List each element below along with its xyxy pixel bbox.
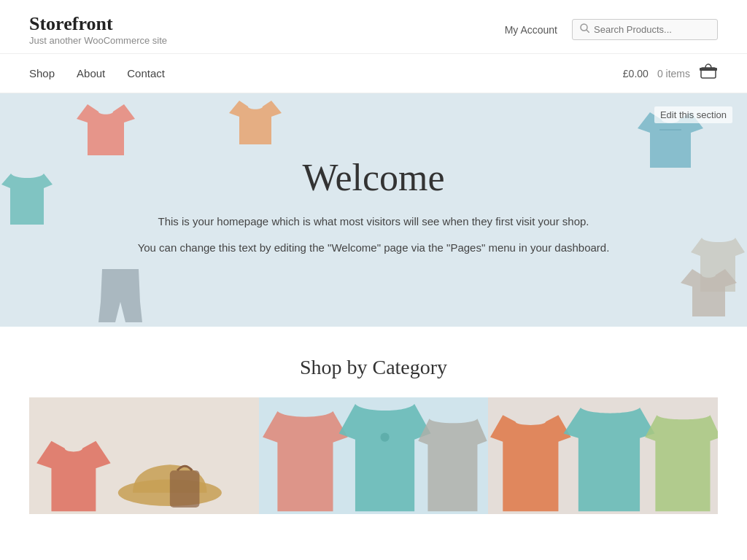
- hero-content: Welcome This is your homepage which is w…: [138, 156, 610, 264]
- site-tagline: Just another WooCommerce site: [29, 35, 167, 46]
- search-icon: [580, 23, 589, 36]
- header-right: My Account: [505, 19, 718, 40]
- category-card-3[interactable]: [488, 397, 718, 514]
- main-nav: Shop About Contact £0.00 0 items: [0, 54, 747, 93]
- cart-count: 0 items: [657, 68, 690, 79]
- search-box: [572, 19, 718, 40]
- shop-section-title: Shop by Category: [29, 356, 718, 379]
- deco-shirt-tl: [73, 101, 139, 162]
- cart-total: £0.00: [623, 68, 649, 79]
- nav-link-about[interactable]: About: [77, 67, 105, 79]
- site-header: Storefront Just another WooCommerce site…: [0, 0, 747, 54]
- site-branding: Storefront Just another WooCommerce site: [29, 13, 167, 46]
- shop-section: Shop by Category: [0, 327, 747, 529]
- nav-links: Shop About Contact: [29, 54, 165, 93]
- site-title: Storefront: [29, 13, 167, 35]
- hero-text1: This is your homepage which is what most…: [138, 212, 610, 231]
- search-input[interactable]: [594, 24, 710, 35]
- nav-link-contact[interactable]: Contact: [127, 67, 165, 79]
- nav-link-shop[interactable]: Shop: [29, 67, 55, 79]
- hero-title: Welcome: [138, 156, 610, 199]
- edit-section-button[interactable]: Edit this section: [654, 106, 732, 123]
- deco-shirt-gray: [678, 265, 740, 323]
- hero-section: Edit this section Welcome This is your h…: [0, 93, 747, 327]
- category-grid: [29, 397, 718, 514]
- deco-shirt-tr: [226, 97, 285, 151]
- deco-jacket-right: [689, 232, 747, 300]
- svg-rect-6: [170, 470, 200, 508]
- cart-area: £0.00 0 items: [623, 62, 718, 85]
- svg-line-1: [587, 30, 589, 33]
- deco-top-teal: [0, 166, 55, 231]
- category-card-1[interactable]: [29, 397, 259, 514]
- svg-point-7: [380, 433, 389, 442]
- svg-rect-3: [700, 68, 717, 71]
- category-card-2[interactable]: [259, 397, 489, 514]
- hero-text2: You can change this text by editing the …: [138, 238, 610, 257]
- cat-card-inner-3: [488, 397, 718, 514]
- deco-pants: [95, 265, 146, 327]
- my-account-link[interactable]: My Account: [505, 24, 557, 36]
- cat-card-inner-1: [29, 397, 259, 514]
- cat-card-inner-2: [259, 397, 489, 514]
- cart-icon[interactable]: [699, 62, 718, 85]
